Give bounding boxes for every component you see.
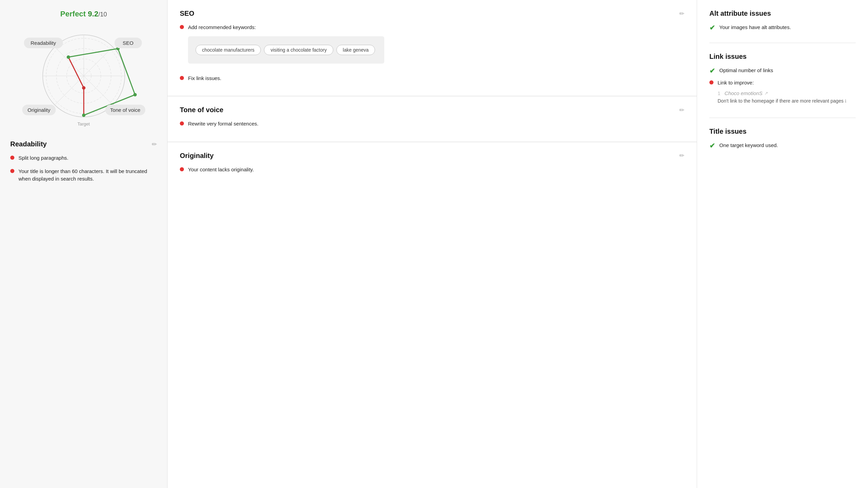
alt-check-text-1: Your images have alt attributes. (719, 24, 791, 31)
link-to-improve-item: Link to improve: 1 Choco emotionS ↗ Don'… (709, 79, 856, 105)
readability-issue-text-2: Your title is longer than 60 characters.… (18, 168, 157, 183)
info-icon: ℹ (845, 98, 846, 104)
readability-issue-2: Your title is longer than 60 characters.… (10, 168, 157, 183)
radar-label-target: Target (77, 121, 90, 127)
tone-edit-icon[interactable]: ✏ (679, 106, 684, 114)
link-check-text-1: Optimal number of links (719, 67, 773, 75)
tone-issue-text-1: Rewrite very formal sentences. (188, 120, 258, 128)
originality-issue-text-1: Your content lacks originality. (188, 166, 254, 174)
alt-check-1: ✔ Your images have alt attributes. (709, 24, 856, 32)
score-area: Perfect 9.2/10 (0, 0, 167, 131)
link-issues-section: Link issues ✔ Optimal number of links Li… (709, 43, 856, 118)
tone-issue-1: Rewrite very formal sentences. (180, 120, 684, 128)
originality-issue-1: Your content lacks originality. (180, 166, 684, 174)
red-dot-icon (180, 25, 184, 29)
readability-header: Readability ✏ (10, 140, 157, 148)
seo-title: SEO (180, 10, 194, 17)
link-number: 1 (718, 90, 720, 96)
readability-issue-1: Split long paragraphs. (10, 154, 157, 162)
radar-label-originality: Originality (22, 105, 56, 115)
keyword-box: chocolate manufacturers visiting a choco… (188, 36, 384, 64)
green-check-icon: ✔ (709, 142, 715, 150)
originality-header: Originality ✏ (180, 152, 684, 160)
link-description: Don't link to the homepage if there are … (718, 97, 846, 105)
score-label: Perfect (60, 10, 86, 18)
red-dot-icon (10, 169, 14, 173)
red-dot-icon (180, 167, 184, 171)
readability-issue-text-1: Split long paragraphs. (18, 154, 68, 162)
green-check-icon: ✔ (709, 24, 715, 32)
link-to-improve-label: Link to improve: (718, 80, 754, 85)
tone-section: Tone of voice ✏ Rewrite very formal sent… (168, 96, 697, 142)
link-issues-title: Link issues (709, 53, 747, 61)
title-check-text-1: One target keyword used. (719, 142, 778, 149)
red-dot-icon (709, 80, 713, 84)
seo-edit-icon[interactable]: ✏ (679, 10, 684, 17)
title-issues-section: Title issues ✔ One target keyword used. (709, 118, 856, 161)
red-dot-icon (180, 121, 184, 126)
keyword-tag-2[interactable]: visiting a chocolate factory (264, 45, 333, 55)
readability-title: Readability (10, 140, 47, 148)
score-value: 9.2 (88, 10, 98, 18)
link-check-1: ✔ Optimal number of links (709, 67, 856, 75)
readability-section: Readability ✏ Split long paragraphs. You… (0, 131, 167, 195)
radar-label-tone: Tone of voice (105, 105, 145, 115)
originality-title: Originality (180, 152, 214, 160)
link-entry: 1 Choco emotionS ↗ (718, 90, 846, 96)
tone-header: Tone of voice ✏ (180, 106, 684, 114)
keyword-tag-1[interactable]: chocolate manufacturers (196, 45, 261, 55)
link-name[interactable]: Choco emotionS (724, 90, 762, 96)
seo-header: SEO ✏ (180, 10, 684, 17)
radar-label-seo: SEO (115, 38, 142, 48)
originality-edit-icon[interactable]: ✏ (679, 152, 684, 159)
radar-chart: Readability SEO Originality Tone of voic… (21, 25, 147, 127)
score-title: Perfect 9.2/10 (60, 10, 107, 18)
alt-attribute-title: Alt attribute issues (709, 10, 771, 17)
tone-title: Tone of voice (180, 106, 223, 114)
external-link-icon: ↗ (764, 91, 768, 96)
score-max: /10 (98, 11, 107, 18)
red-dot-icon (180, 76, 184, 80)
left-panel: Perfect 9.2/10 (0, 0, 168, 488)
readability-edit-icon[interactable]: ✏ (152, 141, 157, 148)
link-issues-header: Link issues (709, 53, 856, 61)
seo-fix-link-text: Fix link issues. (188, 75, 222, 82)
middle-panel: SEO ✏ Add recommended keywords: chocolat… (168, 0, 697, 488)
title-check-1: ✔ One target keyword used. (709, 142, 856, 150)
red-dot-icon (10, 156, 14, 160)
radar-labels: Readability SEO Originality Tone of voic… (21, 25, 147, 127)
originality-section: Originality ✏ Your content lacks origina… (168, 142, 697, 187)
radar-label-readability: Readability (24, 38, 63, 48)
title-issues-header: Title issues (709, 128, 856, 135)
green-check-icon: ✔ (709, 67, 715, 75)
right-panel: Alt attribute issues ✔ Your images have … (697, 0, 868, 488)
alt-attribute-header: Alt attribute issues (709, 10, 856, 17)
alt-attribute-section: Alt attribute issues ✔ Your images have … (709, 0, 856, 43)
title-issues-title: Title issues (709, 128, 747, 135)
seo-fix-link-item: Fix link issues. (180, 75, 684, 82)
seo-section: SEO ✏ Add recommended keywords: chocolat… (168, 0, 697, 96)
seo-keywords-item: Add recommended keywords: chocolate manu… (180, 24, 684, 69)
seo-keywords-label: Add recommended keywords: (188, 24, 256, 30)
keyword-tag-3[interactable]: lake geneva (336, 45, 375, 55)
